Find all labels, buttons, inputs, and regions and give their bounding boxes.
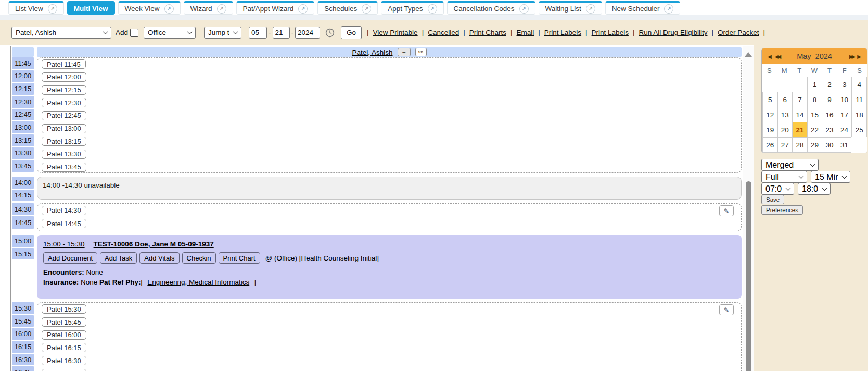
toolbar-link-run-all-drug-eligibility[interactable]: Run All Drug Eligibility — [639, 29, 707, 36]
view-mode-select[interactable]: Merged — [761, 159, 819, 171]
slot-button-patel-12-45[interactable]: Patel 12:45 — [42, 111, 86, 120]
calendar-day[interactable]: 25 — [851, 122, 867, 138]
slot-button-patel-13-00[interactable]: Patel 13:00 — [42, 124, 86, 133]
external-link-icon[interactable]: ↗ — [428, 4, 437, 14]
slot-button-patel-12-30[interactable]: Patel 12:30 — [42, 98, 86, 107]
toolbar-link-print-labels[interactable]: Print Labels — [544, 29, 581, 36]
tab-multi-view[interactable]: Multi View — [67, 1, 115, 15]
calendar-day[interactable]: 16 — [822, 107, 837, 122]
toolbar-link-order-packet[interactable]: Order Packet — [718, 29, 759, 36]
calendar-day[interactable]: 1 — [807, 77, 823, 92]
calendar-day[interactable]: 3 — [837, 77, 852, 92]
end-time-select[interactable]: 18:00 — [798, 183, 831, 195]
calendar-day[interactable]: 12 — [762, 107, 778, 122]
tab-appt-types[interactable]: Appt Types↗ — [381, 1, 443, 15]
calendar-day[interactable]: 15 — [807, 107, 823, 122]
collapse-column-button[interactable]: − — [398, 48, 411, 56]
tab-week-view[interactable]: Week View↗ — [118, 1, 181, 15]
add-document-button[interactable]: Add Document — [43, 252, 97, 264]
checkin-button[interactable]: Checkin — [182, 252, 216, 264]
slot-button-patel-16-00[interactable]: Patel 16:00 — [42, 330, 86, 340]
external-link-icon[interactable]: ↗ — [519, 4, 529, 14]
scroll-up-arrow[interactable] — [745, 52, 752, 57]
calendar-day[interactable]: 28 — [792, 137, 808, 153]
calendar-day[interactable]: 31 — [837, 137, 852, 153]
slot-button-patel-14-45[interactable]: Patel 14:45 — [42, 219, 86, 228]
prev-month-arrow[interactable]: ◀ — [768, 54, 772, 59]
calendar-day[interactable]: 2 — [822, 77, 837, 92]
slot-button-patel-16-30[interactable]: Patel 16:30 — [42, 356, 86, 365]
calendar-day[interactable]: 6 — [777, 92, 793, 107]
slot-button-patel-16-15[interactable]: Patel 16:15 — [42, 343, 86, 352]
preferences-button[interactable]: Preferences — [761, 205, 803, 215]
external-link-icon[interactable]: ↗ — [664, 4, 673, 14]
tab-list-view[interactable]: List View↗ — [8, 1, 64, 15]
save-button[interactable]: Save — [761, 195, 784, 204]
toolbar-link-view-printable[interactable]: View Printable — [373, 29, 418, 36]
add-checkbox[interactable] — [130, 29, 138, 37]
edit-availability-button[interactable]: ✎ — [719, 205, 734, 216]
calendar-day[interactable]: 24 — [837, 122, 852, 138]
calendar-day[interactable]: 23 — [822, 122, 837, 138]
calendar-day[interactable]: 29 — [807, 137, 823, 153]
tab-wizard[interactable]: Wizard↗ — [184, 1, 233, 15]
slot-button-patel-12-00[interactable]: Patel 12:00 — [42, 72, 86, 82]
slot-button-patel-15-30[interactable]: Patel 15:30 — [42, 304, 86, 314]
calendar-day-selected[interactable]: 21 — [792, 122, 808, 138]
tab-pat-appt-wizard[interactable]: Pat/Appt Wizard↗ — [236, 1, 315, 15]
slot-button-patel-14-30[interactable]: Patel 14:30 — [42, 206, 86, 215]
calendar-day[interactable]: 27 — [777, 137, 793, 153]
calendar-day[interactable]: 14 — [792, 107, 808, 122]
slot-button-patel-16-45[interactable]: Patel 16:45 — [42, 369, 86, 371]
edit-availability-button[interactable]: ✎ — [719, 304, 734, 315]
provider-header-link[interactable]: Patel, Ashish — [352, 48, 392, 56]
toolbar-link-print-charts[interactable]: Print Charts — [469, 29, 506, 36]
referring-physician-link[interactable]: Engineering, Medical Informatics — [147, 278, 249, 286]
calendar-day[interactable]: 11 — [851, 92, 867, 107]
add-vitals-button[interactable]: Add Vitals — [139, 252, 179, 264]
calendar-day[interactable]: 22 — [807, 122, 823, 138]
calendar-day[interactable]: 9 — [822, 92, 837, 107]
calendar-day[interactable]: 17 — [837, 107, 852, 122]
print-chart-button[interactable]: Print Chart — [219, 252, 260, 264]
fb-toggle-button[interactable]: f/b — [415, 48, 427, 56]
toolbar-link-email[interactable]: Email — [517, 29, 534, 36]
slot-button-patel-15-45[interactable]: Patel 15:45 — [42, 317, 86, 327]
toolbar-link-cancelled[interactable]: Cancelled — [428, 29, 459, 36]
tab-cancellation-codes[interactable]: Cancellation Codes↗ — [447, 1, 535, 15]
toolbar-link-print-labels[interactable]: Print Labels — [592, 29, 629, 36]
scrollbar-thumb[interactable] — [746, 181, 751, 371]
jump-to-select[interactable]: Jump to — [204, 27, 241, 39]
prev-year-arrow[interactable]: ◀◀ — [775, 54, 780, 59]
calendar-day[interactable]: 18 — [851, 107, 867, 122]
calendar-day[interactable]: 19 — [762, 122, 778, 138]
next-month-arrow[interactable]: ▶ — [857, 54, 861, 59]
interval-select[interactable]: 15 Min. — [811, 171, 850, 183]
calendar-day[interactable]: 30 — [822, 137, 837, 153]
clock-icon[interactable] — [325, 28, 335, 38]
slot-button-patel-13-45[interactable]: Patel 13:45 — [42, 163, 86, 172]
next-year-arrow[interactable]: ▶▶ — [849, 54, 854, 59]
date-day-input[interactable] — [273, 27, 290, 39]
slot-button-patel-12-15[interactable]: Patel 12:15 — [42, 85, 86, 95]
tab-new-scheduler[interactable]: New Scheduler↗ — [605, 1, 681, 15]
size-select[interactable]: Full — [761, 171, 807, 183]
external-link-icon[interactable]: ↗ — [164, 4, 174, 14]
appointment-time-link[interactable]: 15:00 - 15:30 — [43, 240, 85, 248]
patient-link[interactable]: TEST-10006 Doe, Jane M 05-09-1937 — [94, 240, 214, 248]
slot-button-patel-13-30[interactable]: Patel 13:30 — [42, 150, 86, 159]
date-year-input[interactable] — [295, 27, 320, 39]
start-time-select[interactable]: 07:00 — [761, 183, 794, 195]
provider-select[interactable]: Patel, Ashish — [11, 27, 111, 39]
external-link-icon[interactable]: ↗ — [362, 4, 371, 14]
calendar-day[interactable]: 8 — [807, 92, 823, 107]
date-month-input[interactable] — [249, 27, 267, 39]
calendar-day[interactable]: 10 — [837, 92, 852, 107]
tab-waiting-list[interactable]: Waiting List↗ — [539, 1, 602, 15]
tab-schedules[interactable]: Schedules↗ — [317, 1, 378, 15]
calendar-day[interactable]: 20 — [777, 122, 793, 138]
external-link-icon[interactable]: ↗ — [217, 4, 226, 14]
calendar-day[interactable]: 4 — [851, 77, 867, 92]
calendar-day[interactable]: 26 — [762, 137, 778, 153]
slot-button-patel-11-45[interactable]: Patel 11:45 — [42, 59, 86, 69]
